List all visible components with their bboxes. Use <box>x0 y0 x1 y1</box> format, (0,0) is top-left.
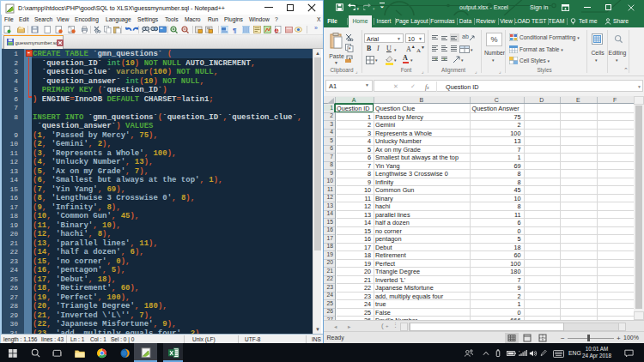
svg-text:¶: ¶ <box>233 27 237 34</box>
svg-text:*: * <box>519 351 520 354</box>
